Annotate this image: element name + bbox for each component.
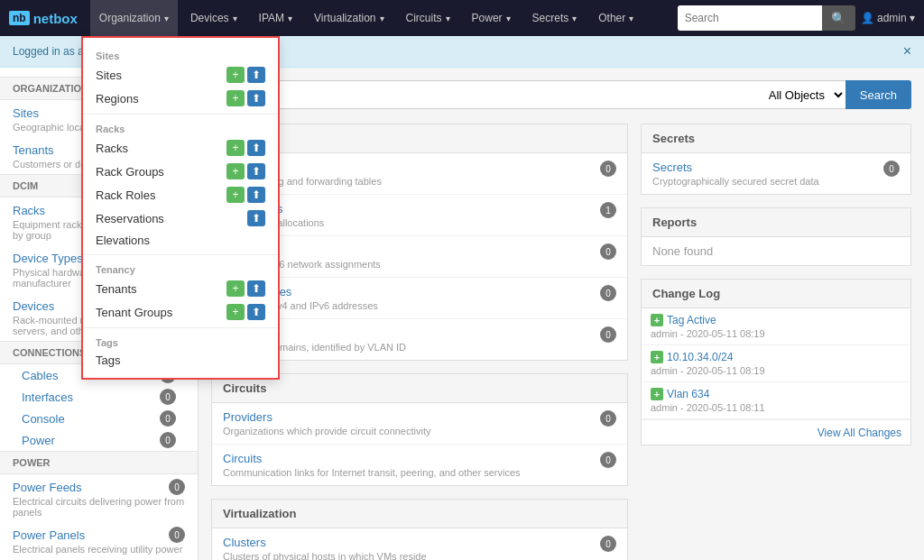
add-tenant-groups-button[interactable]: +	[226, 304, 245, 320]
sidebar-link-devices[interactable]: Devices	[13, 299, 54, 313]
nav-organization[interactable]: Organization ▾	[90, 0, 178, 36]
navbar-search-input[interactable]	[678, 5, 822, 31]
changelog-section: Change Log + Tag Active admin - 2020-05-…	[641, 279, 911, 445]
view-all-link[interactable]: View All Changes	[818, 427, 901, 439]
import-regions-button[interactable]: ⬆	[247, 90, 265, 106]
import-sites-button[interactable]: ⬆	[247, 67, 265, 83]
sidebar-link-tenants[interactable]: Tenants	[13, 143, 54, 157]
nav-secrets[interactable]: Secrets ▾	[523, 0, 587, 36]
changelog-header: Change Log	[641, 279, 911, 308]
add-rack-roles-button[interactable]: +	[226, 187, 245, 203]
import-tenant-groups-button[interactable]: ⬆	[247, 304, 265, 320]
main-content: All Objects Search IPAM VRFs Virtual rou…	[199, 68, 924, 560]
navbar-search: 🔍	[678, 5, 855, 31]
import-racks-button[interactable]: ⬆	[247, 140, 265, 156]
change-link-rir[interactable]: Vlan 634	[667, 388, 709, 400]
dropdown-item-regions[interactable]: Regions + ⬆	[83, 87, 278, 110]
secrets-header: Secrets	[641, 124, 911, 152]
caret-icon: ▾	[572, 14, 577, 23]
dropdown-item-rack-groups[interactable]: Rack Groups + ⬆	[83, 160, 278, 183]
change-icon-add: +	[651, 388, 663, 400]
nav-circuits[interactable]: Circuits ▾	[397, 0, 459, 36]
navbar-search-button[interactable]: 🔍	[822, 5, 855, 31]
caret-icon: ▾	[233, 14, 237, 23]
dropdown-section-tags: Tags	[83, 332, 278, 350]
badge-clusters: 0	[600, 536, 616, 552]
nav-ipam[interactable]: IPAM ▾	[250, 0, 301, 36]
sidebar-item-console[interactable]: Console 0	[0, 408, 198, 429]
dropdown-item-sites[interactable]: Sites + ⬆	[83, 63, 278, 87]
sidebar-link-power-connections[interactable]: Power	[22, 434, 55, 447]
badge-power-panels: 0	[169, 527, 185, 543]
link-providers[interactable]: Providers	[223, 410, 273, 424]
main-search-bar: All Objects Search	[211, 80, 911, 109]
sidebar-item-interfaces[interactable]: Interfaces 0	[0, 386, 198, 408]
sidebar-link-device-types[interactable]: Device Types	[13, 252, 83, 265]
link-secrets[interactable]: Secrets	[652, 161, 692, 174]
desc-providers: Organizations which provide circuit conn…	[223, 426, 593, 436]
sidebar-item-power-feeds[interactable]: Power Feeds 0 Electrical circuits delive…	[0, 474, 198, 522]
sidebar-link-console[interactable]: Console	[22, 412, 65, 426]
dropdown-item-reservations[interactable]: Reservations ⬆	[83, 207, 278, 230]
circuits-section: Circuits Providers Organizations which p…	[211, 373, 628, 486]
badge-prefixes: 0	[600, 243, 616, 260]
change-meta-1: admin - 2020-05-11 08:19	[651, 365, 901, 376]
info-bar-close[interactable]: ×	[903, 43, 911, 60]
add-tenants-button[interactable]: +	[226, 280, 245, 297]
panel-item-clusters: Clusters Clusters of physical hosts in w…	[212, 528, 627, 560]
badge-power-connections: 0	[160, 432, 176, 448]
import-reservations-button[interactable]: ⬆	[247, 210, 265, 226]
link-clusters[interactable]: Clusters	[223, 536, 266, 549]
sidebar-link-sites[interactable]: Sites	[13, 106, 39, 120]
brand-logo[interactable]: nb netbox	[9, 11, 78, 26]
add-sites-button[interactable]: +	[226, 67, 245, 83]
badge-aggregates: 1	[600, 202, 616, 218]
add-racks-button[interactable]: +	[226, 140, 245, 156]
dropdown-item-tags[interactable]: Tags	[83, 350, 278, 371]
link-circuits[interactable]: Circuits	[223, 452, 262, 465]
change-icon-add: +	[651, 314, 663, 326]
sidebar-item-power-connections[interactable]: Power 0	[0, 429, 198, 451]
nav-devices[interactable]: Devices ▾	[181, 0, 246, 36]
nav-other[interactable]: Other ▾	[589, 0, 642, 36]
nav-virtualization[interactable]: Virtualization ▾	[305, 0, 393, 36]
main-search-select[interactable]: All Objects	[760, 80, 845, 109]
nav-power[interactable]: Power ▾	[463, 0, 520, 36]
admin-menu[interactable]: 👤 admin ▾	[861, 12, 915, 24]
sidebar-link-cables[interactable]: Cables	[22, 369, 58, 382]
badge-interfaces: 0	[160, 389, 176, 405]
add-rack-groups-button[interactable]: +	[226, 163, 245, 179]
sidebar-link-interfaces[interactable]: Interfaces	[22, 390, 73, 404]
changelog-body: + Tag Active admin - 2020-05-11 08:19 + …	[641, 308, 911, 445]
sidebar-link-racks[interactable]: Racks	[13, 204, 45, 217]
import-tenants-button[interactable]: ⬆	[247, 280, 265, 297]
dropdown-item-tenants[interactable]: Tenants + ⬆	[83, 277, 278, 300]
secrets-body: Secrets Cryptographically secured secret…	[641, 152, 911, 195]
badge-vlans: 0	[600, 326, 616, 343]
caret-icon: ▾	[380, 14, 384, 23]
dropdown-item-elevations[interactable]: Elevations	[83, 230, 278, 251]
dropdown-item-rack-roles[interactable]: Rack Roles + ⬆	[83, 183, 278, 207]
caret-icon: ▾	[288, 14, 292, 23]
circuits-body: Providers Organizations which provide ci…	[211, 402, 628, 486]
change-link-aggregate[interactable]: 10.10.34.0/24	[667, 351, 733, 363]
panels-row: IPAM VRFs Virtual routing and forwarding…	[211, 124, 911, 560]
change-link-tag[interactable]: Tag Active	[667, 314, 716, 326]
add-regions-button[interactable]: +	[226, 90, 245, 106]
main-search-button[interactable]: Search	[845, 80, 911, 109]
reports-body: None found	[641, 236, 911, 266]
view-all-changes[interactable]: View All Changes	[642, 419, 910, 445]
badge-power-feeds: 0	[169, 479, 185, 495]
navbar-right: 🔍 👤 admin ▾	[678, 5, 915, 31]
change-entry-1: + 10.10.34.0/24 admin - 2020-05-11 08:19	[642, 345, 910, 382]
import-rack-groups-button[interactable]: ⬆	[247, 163, 265, 179]
main-search-input[interactable]	[211, 80, 760, 109]
sidebar-link-power-feeds[interactable]: Power Feeds	[13, 481, 82, 494]
sidebar-item-power-panels[interactable]: Power Panels 0 Electrical panels receivi…	[0, 522, 198, 559]
virtualization-body: Clusters Clusters of physical hosts in w…	[211, 528, 628, 560]
brand-name: netbox	[33, 11, 78, 26]
dropdown-item-tenant-groups[interactable]: Tenant Groups + ⬆	[83, 300, 278, 324]
sidebar-link-power-panels[interactable]: Power Panels	[13, 528, 85, 542]
import-rack-roles-button[interactable]: ⬆	[247, 187, 265, 203]
dropdown-item-racks[interactable]: Racks + ⬆	[83, 136, 278, 160]
